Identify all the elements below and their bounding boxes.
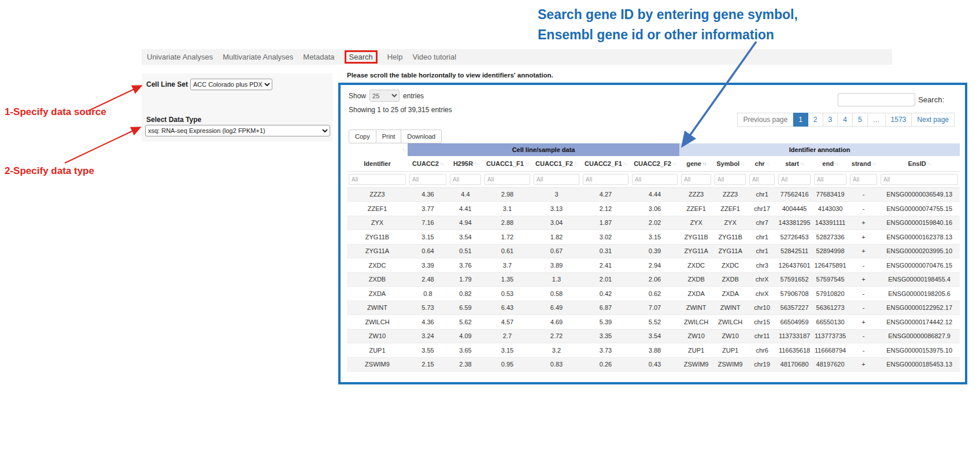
column-header-start[interactable]: start↑↓ — [776, 156, 812, 171]
cell-cuacc2_f1: 5.39 — [581, 315, 630, 330]
column-label: Identifier — [364, 160, 390, 167]
results-box: Show 25 entries Showing 1 to 25 of 39,31… — [338, 83, 967, 384]
identifier-group-cell[interactable]: ↑↓ — [347, 143, 408, 156]
cell-h295r: 4.94 — [448, 216, 483, 230]
filter-input-identifier[interactable] — [349, 174, 406, 185]
table-row-zswim9: ZSWIM92.152.380.950.830.260.43ZSWIM9ZSWI… — [347, 357, 960, 372]
cell-end: 57597545 — [812, 272, 848, 287]
filter-input-cuacc1_f2[interactable] — [534, 174, 579, 185]
column-header-cuacc2_f2[interactable]: CUACC2_F2↑↓ — [630, 156, 679, 171]
filter-input-cuacc1_f1[interactable] — [485, 174, 530, 185]
cell-identifier: ZUP1 — [347, 343, 408, 358]
filter-input-gene[interactable] — [681, 174, 711, 185]
filter-input-cuacc2[interactable] — [409, 174, 446, 185]
cell-end: 52827336 — [812, 230, 848, 245]
cell-line-set-select[interactable]: ACC Colorado plus PDX — [190, 79, 272, 90]
nav-item-metadata[interactable]: Metadata — [303, 53, 334, 61]
filter-input-end[interactable] — [814, 174, 846, 185]
filter-row — [347, 171, 960, 187]
print-button[interactable]: Print — [376, 129, 402, 143]
cell-gene: ZWILCH — [679, 315, 713, 330]
cell-cuacc1_f2: 0.83 — [532, 357, 581, 372]
entries-per-page-select[interactable]: 25 — [369, 90, 400, 102]
page-button-4[interactable]: 4 — [838, 113, 853, 127]
cell-identifier: ZYX — [347, 216, 408, 230]
column-header-cuacc2[interactable]: CUACC2↑↓ — [408, 156, 448, 171]
filter-input-symbol[interactable] — [715, 174, 746, 185]
column-header-cuacc1_f1[interactable]: CUACC1_F1↑↓ — [483, 156, 532, 171]
download-button[interactable]: Download — [401, 129, 442, 143]
column-header-h295r[interactable]: H295R↑↓ — [448, 156, 483, 171]
nav-item-video-tutorial[interactable]: Video tutorial — [412, 53, 456, 61]
page-button-1[interactable]: 1 — [793, 113, 808, 127]
column-header-identifier[interactable]: Identifier — [347, 156, 408, 171]
cell-symbol: ZSWIM9 — [713, 357, 748, 372]
copy-button[interactable]: Copy — [349, 129, 376, 143]
table-row-zwint: ZWINT5.736.596.436.496.877.07ZWINTZWINTc… — [347, 301, 960, 315]
data-type-select[interactable]: xsq: RNA-seq Expression (log2 FPKM+1) — [145, 125, 330, 136]
sort-icon: ↑↓ — [672, 161, 676, 166]
filter-input-ensid[interactable] — [881, 174, 958, 185]
column-header-chr[interactable]: chr↑↓ — [748, 156, 776, 171]
page-button-5[interactable]: 5 — [853, 113, 868, 127]
cell-ensid: ENSG00000036549.13 — [879, 187, 960, 202]
annotation-search-note-line1: Search gene ID by entering gene symbol, — [538, 7, 798, 22]
cell-h295r: 4.4 — [448, 187, 483, 202]
group-header-row: ↑↓ Cell line/sample data Identifier anno… — [347, 143, 960, 156]
page-button-2[interactable]: 2 — [808, 113, 823, 127]
cell-cuacc2: 2.48 — [408, 272, 448, 287]
cell-cuacc1_f1: 6.43 — [483, 301, 532, 315]
table-row-zw10: ZW103.244.092.72.723.353.54ZW10ZW10chr11… — [347, 329, 960, 343]
cell-cuacc2: 4.36 — [408, 315, 448, 330]
cell-cuacc2_f2: 3.06 — [630, 202, 679, 216]
page-button-1573[interactable]: 1573 — [886, 113, 912, 127]
cell-strand: - — [848, 301, 879, 315]
sort-icon: ↑↓ — [474, 161, 478, 166]
cell-cuacc1_f2: 3.89 — [532, 258, 581, 273]
filter-input-strand[interactable] — [850, 174, 877, 185]
cell-cuacc1_f2: 3.13 — [532, 202, 581, 216]
nav-item-univariate-analyses[interactable]: Univariate Analyses — [147, 53, 213, 61]
sort-icon: ↑↓ — [835, 161, 838, 166]
filter-input-cuacc2_f2[interactable] — [632, 174, 678, 185]
cell-chr: chr15 — [748, 315, 776, 330]
column-header-gene[interactable]: gene↑↓ — [679, 156, 713, 171]
column-header-strand[interactable]: strand↑↓ — [848, 156, 879, 171]
column-header-cuacc2_f1[interactable]: CUACC2_F1↑↓ — [581, 156, 630, 171]
page: 1-Specify data source 2-Specify data typ… — [0, 0, 980, 459]
cell-symbol: ZUP1 — [713, 343, 748, 358]
sort-icon: ↑↓ — [766, 161, 770, 166]
cell-start: 57906708 — [776, 287, 812, 301]
filter-input-cuacc2_f1[interactable] — [583, 174, 628, 185]
cell-gene: ZSWIM9 — [679, 357, 713, 372]
group-header-cell-line: Cell line/sample data — [408, 143, 679, 156]
cell-gene: ZYX — [679, 216, 713, 230]
search-input[interactable] — [838, 93, 915, 106]
filter-input-h295r[interactable] — [450, 174, 481, 185]
cell-start: 48170680 — [776, 357, 812, 372]
nav-item-multivariate-analyses[interactable]: Multivariate Analyses — [223, 53, 293, 61]
previous-page-button[interactable]: Previous page — [737, 113, 793, 127]
cell-cuacc2_f1: 4.27 — [581, 187, 630, 202]
column-header-ensid[interactable]: EnsID↑↓ — [879, 156, 960, 171]
column-header-end[interactable]: end↑↓ — [812, 156, 848, 171]
column-header-symbol[interactable]: Symbol↑↓ — [713, 156, 748, 171]
column-label: CUACC2_F1 — [585, 160, 622, 167]
nav-item-help[interactable]: Help — [387, 53, 403, 61]
cell-cuacc1_f1: 3.1 — [483, 202, 532, 216]
cell-cuacc1_f2: 4.69 — [532, 315, 581, 330]
page-button-3[interactable]: 3 — [823, 113, 838, 127]
cell-chr: chr17 — [748, 202, 776, 216]
filter-input-chr[interactable] — [749, 174, 775, 185]
table-row-zyx: ZYX7.164.942.883.041.872.02ZYXZYXchr7143… — [347, 216, 960, 230]
cell-end: 52894998 — [812, 244, 848, 258]
column-header-cuacc1_f2[interactable]: CUACC1_F2↑↓ — [532, 156, 581, 171]
next-page-button[interactable]: Next page — [912, 113, 955, 127]
filter-input-start[interactable] — [778, 174, 811, 185]
sort-icon: ↑↓ — [623, 161, 627, 166]
cell-h295r: 0.82 — [448, 287, 483, 301]
cell-strand: - — [848, 258, 879, 273]
cell-gene: ZYG11B — [679, 230, 713, 245]
nav-item-search[interactable]: Search — [345, 50, 378, 64]
column-label: gene — [686, 160, 701, 167]
